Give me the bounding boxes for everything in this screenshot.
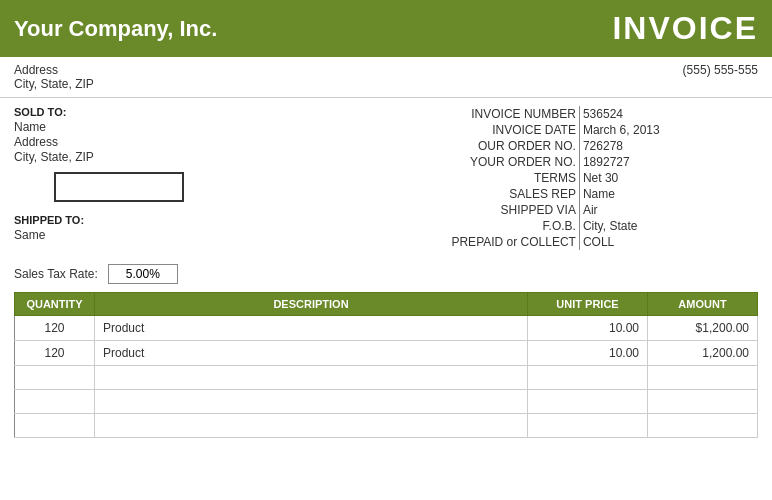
invoice-header: Your Company, Inc. INVOICE [0,0,772,57]
cell-empty [15,414,95,438]
detail-value: Air [579,202,758,218]
cell-empty [15,390,95,414]
detail-value: 726278 [579,138,758,154]
detail-row: TERMS Net 30 [401,170,758,186]
detail-label: SHIPPED VIA [401,202,580,218]
cell-empty [95,366,528,390]
cell-description: Product [95,316,528,341]
cell-amount: 1,200.00 [648,341,758,366]
company-name: Your Company, Inc. [14,16,217,42]
col-amount: AMOUNT [648,293,758,316]
items-tbody: 120 Product 10.00 $1,200.00 120 Product … [15,316,758,438]
detail-row: SALES REP Name [401,186,758,202]
invoice-title: INVOICE [612,10,758,47]
table-row-empty [15,414,758,438]
shipped-to-label: SHIPPED TO: [14,214,371,226]
detail-value: Net 30 [579,170,758,186]
barcode-box [54,172,184,202]
tax-input[interactable] [108,264,178,284]
table-row-empty [15,390,758,414]
detail-value: COLL [579,234,758,250]
col-unit-price: UNIT PRICE [528,293,648,316]
address-line2: City, State, ZIP [14,77,94,91]
cell-empty [528,414,648,438]
detail-label: PREPAID or COLLECT [401,234,580,250]
items-thead: QUANTITY DESCRIPTION UNIT PRICE AMOUNT [15,293,758,316]
left-section: SOLD TO: Name Address City, State, ZIP S… [14,106,371,243]
items-table: QUANTITY DESCRIPTION UNIT PRICE AMOUNT 1… [14,292,758,438]
detail-value: Name [579,186,758,202]
table-row: 120 Product 10.00 $1,200.00 [15,316,758,341]
cell-empty [648,390,758,414]
cell-empty [95,390,528,414]
detail-value: 1892727 [579,154,758,170]
cell-quantity: 120 [15,341,95,366]
cell-empty [528,366,648,390]
company-address: Address City, State, ZIP [14,63,94,91]
detail-row: OUR ORDER NO. 726278 [401,138,758,154]
detail-value: March 6, 2013 [579,122,758,138]
items-header-row: QUANTITY DESCRIPTION UNIT PRICE AMOUNT [15,293,758,316]
address-line1: Address [14,63,94,77]
detail-row: F.O.B. City, State [401,218,758,234]
detail-row: PREPAID or COLLECT COLL [401,234,758,250]
cell-empty [95,414,528,438]
shipped-to-block: SHIPPED TO: Same [14,214,371,242]
invoice-details: INVOICE NUMBER 536524 INVOICE DATE March… [401,106,758,250]
table-row: 120 Product 10.00 1,200.00 [15,341,758,366]
detail-label: INVOICE NUMBER [401,106,580,122]
detail-label: INVOICE DATE [401,122,580,138]
cell-unit-price: 10.00 [528,341,648,366]
cell-amount: $1,200.00 [648,316,758,341]
col-quantity: QUANTITY [15,293,95,316]
detail-label: YOUR ORDER NO. [401,154,580,170]
detail-label: SALES REP [401,186,580,202]
tax-label: Sales Tax Rate: [14,267,98,281]
col-description: DESCRIPTION [95,293,528,316]
detail-row: SHIPPED VIA Air [401,202,758,218]
cell-empty [528,390,648,414]
cell-description: Product [95,341,528,366]
cell-unit-price: 10.00 [528,316,648,341]
sold-to-label: SOLD TO: [14,106,371,118]
tax-row: Sales Tax Rate: [0,258,772,292]
cell-empty [648,414,758,438]
sold-to-name: Name [14,120,371,134]
cell-empty [15,366,95,390]
detail-row: INVOICE DATE March 6, 2013 [401,122,758,138]
shipped-to-value: Same [14,228,371,242]
table-row-empty [15,366,758,390]
main-body: SOLD TO: Name Address City, State, ZIP S… [0,98,772,258]
details-table: INVOICE NUMBER 536524 INVOICE DATE March… [401,106,758,250]
detail-label: TERMS [401,170,580,186]
detail-value: City, State [579,218,758,234]
detail-label: F.O.B. [401,218,580,234]
detail-row: YOUR ORDER NO. 1892727 [401,154,758,170]
cell-quantity: 120 [15,316,95,341]
detail-label: OUR ORDER NO. [401,138,580,154]
company-phone: (555) 555-555 [683,63,758,77]
detail-value: 536524 [579,106,758,122]
detail-row: INVOICE NUMBER 536524 [401,106,758,122]
cell-empty [648,366,758,390]
items-table-wrapper: QUANTITY DESCRIPTION UNIT PRICE AMOUNT 1… [0,292,772,438]
sold-to-city: City, State, ZIP [14,150,371,164]
sold-to-address: Address [14,135,371,149]
sub-header: Address City, State, ZIP (555) 555-555 [0,57,772,98]
